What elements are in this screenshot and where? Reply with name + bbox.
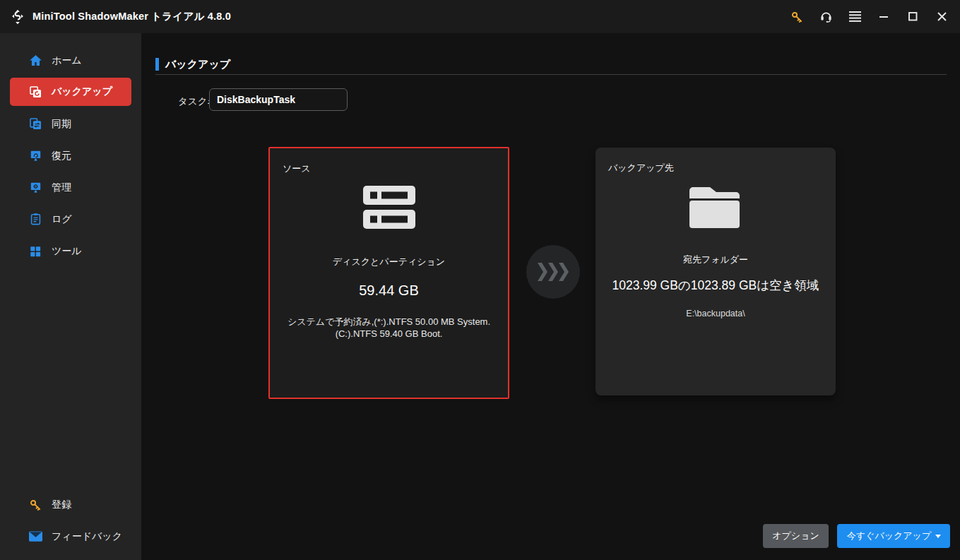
- header-divider: [155, 74, 947, 75]
- dropdown-caret-icon[interactable]: [935, 535, 941, 538]
- sidebar-item-label: ツール: [52, 245, 82, 258]
- menu-icon[interactable]: [848, 10, 862, 24]
- sidebar-item-home[interactable]: ホーム: [10, 44, 131, 76]
- sidebar-item-sync[interactable]: 同期: [10, 108, 131, 140]
- sidebar-item-label: 登録: [52, 499, 71, 511]
- sidebar-item-label: ログ: [52, 213, 72, 226]
- task-name-input[interactable]: [209, 88, 348, 111]
- sidebar-item-label: フィードバック: [52, 530, 122, 543]
- backup-now-label: 今すぐバックアップ: [837, 530, 935, 542]
- destination-free-space: 1023.99 GBの1023.89 GBは空き領域: [595, 277, 836, 294]
- sidebar-item-label: 同期: [52, 118, 71, 131]
- sidebar-item-label: 管理: [52, 181, 71, 194]
- source-card-title: ソース: [283, 162, 311, 175]
- support-headset-icon[interactable]: [819, 10, 833, 24]
- disk-partition-icon: [270, 185, 508, 230]
- backup-direction-arrows: [526, 245, 580, 299]
- destination-type-label: 宛先フォルダー: [595, 254, 836, 266]
- feedback-envelope-icon: [28, 530, 42, 544]
- minimize-button[interactable]: [877, 10, 891, 24]
- destination-card-title: バックアップ先: [608, 162, 674, 174]
- source-size: 59.44 GB: [270, 282, 508, 299]
- sidebar-item-label: ホーム: [52, 54, 82, 67]
- destination-path: E:\backupdata\: [595, 309, 836, 318]
- sidebar-item-register[interactable]: 登録: [10, 489, 131, 520]
- folder-icon: [595, 184, 836, 230]
- sidebar-item-label: バックアップ: [52, 85, 112, 98]
- restore-icon: [28, 149, 42, 163]
- maximize-button[interactable]: [906, 10, 920, 24]
- sidebar-item-restore[interactable]: 復元: [10, 140, 131, 172]
- app-logo-icon: [10, 9, 25, 25]
- sync-icon: [28, 117, 42, 131]
- close-button[interactable]: [935, 10, 949, 24]
- source-details: システムで予約済み,(*:).NTFS 50.00 MB System. (C:…: [270, 316, 508, 340]
- sidebar-item-backup[interactable]: バックアップ: [10, 78, 131, 106]
- manage-icon: [28, 181, 42, 195]
- accent-bar: [155, 58, 159, 71]
- destination-card[interactable]: バックアップ先 宛先フォルダー 1023.99 GBの1023.89 GBは空き…: [595, 148, 836, 395]
- home-icon: [28, 54, 42, 68]
- source-type-label: ディスクとパーティション: [270, 256, 508, 268]
- sidebar: ホーム バックアップ 同期: [0, 33, 141, 560]
- options-button[interactable]: オプション: [763, 524, 829, 548]
- chevrons-right-icon: [538, 263, 569, 281]
- license-key-icon[interactable]: [790, 10, 804, 24]
- sidebar-item-tools[interactable]: ツール: [10, 235, 131, 267]
- register-key-icon: [28, 498, 42, 512]
- tools-icon: [28, 244, 42, 258]
- sidebar-item-manage[interactable]: 管理: [10, 172, 131, 203]
- log-icon: [28, 213, 42, 227]
- backup-icon: [28, 85, 42, 99]
- titlebar: MiniTool ShadowMaker トライアル 4.8.0: [0, 0, 960, 33]
- backup-now-button[interactable]: 今すぐバックアップ: [837, 524, 950, 548]
- sidebar-item-log[interactable]: ログ: [10, 203, 131, 235]
- window-title: MiniTool ShadowMaker トライアル 4.8.0: [32, 10, 231, 23]
- source-card[interactable]: ソース ディスクとパーティション 59.44 GB システムで予約済み,(*:)…: [268, 147, 509, 399]
- sidebar-item-feedback[interactable]: フィードバック: [10, 520, 131, 552]
- page-title: バックアップ: [165, 58, 230, 71]
- sidebar-item-label: 復元: [52, 150, 71, 162]
